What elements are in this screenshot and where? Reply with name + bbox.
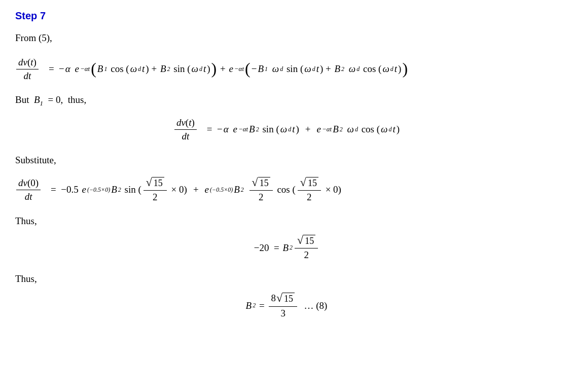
thus-2-text: Thus, [15, 272, 558, 287]
but-b1-text: But B1 = 0, thus, [15, 93, 558, 108]
equation-4: −20 = B2 √15 2 [15, 235, 558, 261]
thus-1-text: Thus, [15, 214, 558, 229]
equation-1: dv(t) dt = −α e−αt ( B1 cos (ωdt) + B2 s… [15, 57, 558, 82]
equation-2: dv(t) dt = −α e−αt B2 sin (ωdt) + e−αt B… [15, 117, 558, 142]
from-5-text: From (5), [15, 31, 558, 46]
equation-5: B2 = 8√15 3 … (8) [15, 293, 558, 319]
step-heading: Step 7 [15, 10, 558, 22]
substitute-text: Substitute, [15, 153, 558, 168]
equation-3: dv(0) dt = −0.5 e(−0.5×0) B2 sin ( √15 2… [15, 176, 558, 203]
